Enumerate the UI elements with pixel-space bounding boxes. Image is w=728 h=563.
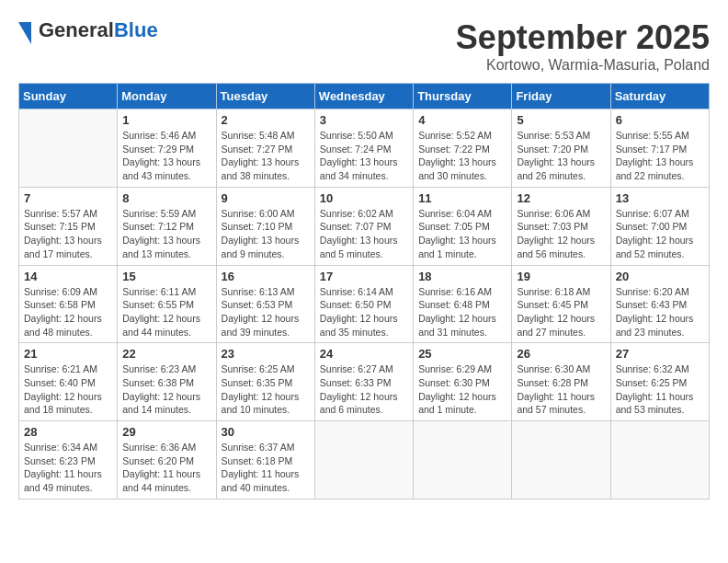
calendar-cell <box>414 421 512 500</box>
calendar-cell: 20Sunrise: 6:20 AMSunset: 6:43 PMDayligh… <box>610 265 709 343</box>
day-info: Sunrise: 6:06 AMSunset: 7:03 PMDaylight:… <box>517 207 605 261</box>
day-number: 7 <box>24 191 112 205</box>
day-info: Sunrise: 5:59 AMSunset: 7:12 PMDaylight:… <box>122 207 210 261</box>
calendar-cell: 3Sunrise: 5:50 AMSunset: 7:24 PMDaylight… <box>314 109 413 188</box>
calendar-week-2: 7Sunrise: 5:57 AMSunset: 7:15 PMDaylight… <box>19 187 710 265</box>
calendar-cell: 28Sunrise: 6:34 AMSunset: 6:23 PMDayligh… <box>19 421 118 500</box>
calendar-cell: 4Sunrise: 5:52 AMSunset: 7:22 PMDaylight… <box>414 109 512 188</box>
calendar-cell: 10Sunrise: 6:02 AMSunset: 7:07 PMDayligh… <box>314 187 413 265</box>
calendar-cell: 11Sunrise: 6:04 AMSunset: 7:05 PMDayligh… <box>414 187 512 265</box>
calendar-cell: 17Sunrise: 6:14 AMSunset: 6:50 PMDayligh… <box>314 265 413 343</box>
day-info: Sunrise: 6:36 AMSunset: 6:20 PMDaylight:… <box>122 441 210 495</box>
calendar-cell <box>314 421 413 500</box>
logo-general-text: General <box>39 18 114 41</box>
day-number: 6 <box>616 113 704 127</box>
day-number: 9 <box>222 191 310 205</box>
day-info: Sunrise: 6:11 AMSunset: 6:55 PMDaylight:… <box>122 285 210 339</box>
day-info: Sunrise: 6:02 AMSunset: 7:07 PMDaylight:… <box>320 207 408 261</box>
calendar-cell: 22Sunrise: 6:23 AMSunset: 6:38 PMDayligh… <box>118 343 216 421</box>
calendar-cell: 19Sunrise: 6:18 AMSunset: 6:45 PMDayligh… <box>512 265 610 343</box>
calendar-cell: 14Sunrise: 6:09 AMSunset: 6:58 PMDayligh… <box>19 265 118 343</box>
day-info: Sunrise: 5:46 AMSunset: 7:29 PMDaylight:… <box>122 129 210 183</box>
day-info: Sunrise: 5:48 AMSunset: 7:27 PMDaylight:… <box>222 129 310 183</box>
header-wednesday: Wednesday <box>314 84 413 109</box>
day-number: 14 <box>24 270 112 283</box>
day-info: Sunrise: 6:07 AMSunset: 7:00 PMDaylight:… <box>616 207 704 261</box>
day-number: 25 <box>418 347 506 361</box>
day-info: Sunrise: 6:09 AMSunset: 6:58 PMDaylight:… <box>24 285 112 339</box>
day-info: Sunrise: 5:50 AMSunset: 7:24 PMDaylight:… <box>320 129 408 183</box>
calendar-cell: 13Sunrise: 6:07 AMSunset: 7:00 PMDayligh… <box>610 187 709 265</box>
header-monday: Monday <box>118 84 216 109</box>
calendar-cell <box>610 421 709 500</box>
day-info: Sunrise: 6:04 AMSunset: 7:05 PMDaylight:… <box>418 207 506 261</box>
day-info: Sunrise: 6:32 AMSunset: 6:25 PMDaylight:… <box>616 362 704 417</box>
calendar-cell: 7Sunrise: 5:57 AMSunset: 7:15 PMDaylight… <box>19 187 118 265</box>
calendar-cell: 5Sunrise: 5:53 AMSunset: 7:20 PMDaylight… <box>512 109 610 188</box>
day-info: Sunrise: 6:21 AMSunset: 6:40 PMDaylight:… <box>24 362 112 417</box>
day-number: 5 <box>517 113 605 127</box>
calendar-week-3: 14Sunrise: 6:09 AMSunset: 6:58 PMDayligh… <box>19 265 710 343</box>
day-number: 1 <box>122 113 210 127</box>
calendar-cell: 6Sunrise: 5:55 AMSunset: 7:17 PMDaylight… <box>610 109 709 188</box>
page-header: General Blue GeneralBlue September 2025 … <box>18 18 710 74</box>
location-title: Kortowo, Warmia-Masuria, Poland <box>456 57 710 74</box>
header-friday: Friday <box>512 84 610 109</box>
day-info: Sunrise: 6:29 AMSunset: 6:30 PMDaylight:… <box>418 362 506 417</box>
day-info: Sunrise: 6:30 AMSunset: 6:28 PMDaylight:… <box>517 362 605 417</box>
day-number: 11 <box>418 191 506 205</box>
day-number: 3 <box>320 113 408 127</box>
day-number: 26 <box>517 347 605 361</box>
logo: General Blue GeneralBlue <box>18 18 158 44</box>
day-number: 29 <box>122 425 210 439</box>
day-info: Sunrise: 6:20 AMSunset: 6:43 PMDaylight:… <box>616 285 704 339</box>
day-number: 24 <box>320 347 408 361</box>
day-info: Sunrise: 6:23 AMSunset: 6:38 PMDaylight:… <box>122 362 210 417</box>
day-number: 21 <box>24 347 112 361</box>
calendar-cell: 9Sunrise: 6:00 AMSunset: 7:10 PMDaylight… <box>216 187 314 265</box>
day-info: Sunrise: 6:13 AMSunset: 6:53 PMDaylight:… <box>222 285 310 339</box>
header-thursday: Thursday <box>414 84 512 109</box>
header-sunday: Sunday <box>19 84 118 109</box>
calendar-cell: 16Sunrise: 6:13 AMSunset: 6:53 PMDayligh… <box>216 265 314 343</box>
day-info: Sunrise: 6:14 AMSunset: 6:50 PMDaylight:… <box>320 285 408 339</box>
day-number: 4 <box>418 113 506 127</box>
day-number: 15 <box>122 270 210 283</box>
calendar-cell: 26Sunrise: 6:30 AMSunset: 6:28 PMDayligh… <box>512 343 610 421</box>
day-number: 8 <box>122 191 210 205</box>
calendar-cell: 24Sunrise: 6:27 AMSunset: 6:33 PMDayligh… <box>314 343 413 421</box>
calendar-cell: 18Sunrise: 6:16 AMSunset: 6:48 PMDayligh… <box>414 265 512 343</box>
day-info: Sunrise: 6:37 AMSunset: 6:18 PMDaylight:… <box>222 441 310 495</box>
calendar-cell: 27Sunrise: 6:32 AMSunset: 6:25 PMDayligh… <box>610 343 709 421</box>
calendar-table: SundayMondayTuesdayWednesdayThursdayFrid… <box>18 83 710 500</box>
calendar-header-row: SundayMondayTuesdayWednesdayThursdayFrid… <box>19 84 710 109</box>
day-number: 27 <box>616 347 704 361</box>
day-number: 16 <box>222 270 310 283</box>
day-info: Sunrise: 5:57 AMSunset: 7:15 PMDaylight:… <box>24 207 112 261</box>
calendar-cell: 30Sunrise: 6:37 AMSunset: 6:18 PMDayligh… <box>216 421 314 500</box>
day-info: Sunrise: 6:18 AMSunset: 6:45 PMDaylight:… <box>517 285 605 339</box>
day-number: 13 <box>616 191 704 205</box>
calendar-cell: 21Sunrise: 6:21 AMSunset: 6:40 PMDayligh… <box>19 343 118 421</box>
day-number: 17 <box>320 270 408 283</box>
month-title: September 2025 <box>456 18 710 57</box>
calendar-cell: 2Sunrise: 5:48 AMSunset: 7:27 PMDaylight… <box>216 109 314 188</box>
day-number: 20 <box>616 270 704 283</box>
logo-blue-text: Blue <box>114 18 158 41</box>
calendar-cell: 12Sunrise: 6:06 AMSunset: 7:03 PMDayligh… <box>512 187 610 265</box>
day-info: Sunrise: 6:34 AMSunset: 6:23 PMDaylight:… <box>24 441 112 495</box>
calendar-cell: 1Sunrise: 5:46 AMSunset: 7:29 PMDaylight… <box>118 109 216 188</box>
day-info: Sunrise: 6:00 AMSunset: 7:10 PMDaylight:… <box>222 207 310 261</box>
title-area: September 2025 Kortowo, Warmia-Masuria, … <box>456 18 710 74</box>
calendar-cell: 15Sunrise: 6:11 AMSunset: 6:55 PMDayligh… <box>118 265 216 343</box>
day-number: 10 <box>320 191 408 205</box>
day-number: 30 <box>222 425 310 439</box>
day-info: Sunrise: 6:27 AMSunset: 6:33 PMDaylight:… <box>320 362 408 417</box>
calendar-cell <box>19 109 118 188</box>
header-saturday: Saturday <box>610 84 709 109</box>
header-tuesday: Tuesday <box>216 84 314 109</box>
day-info: Sunrise: 5:53 AMSunset: 7:20 PMDaylight:… <box>517 129 605 183</box>
calendar-cell <box>512 421 610 500</box>
day-info: Sunrise: 6:16 AMSunset: 6:48 PMDaylight:… <box>418 285 506 339</box>
day-number: 22 <box>122 347 210 361</box>
